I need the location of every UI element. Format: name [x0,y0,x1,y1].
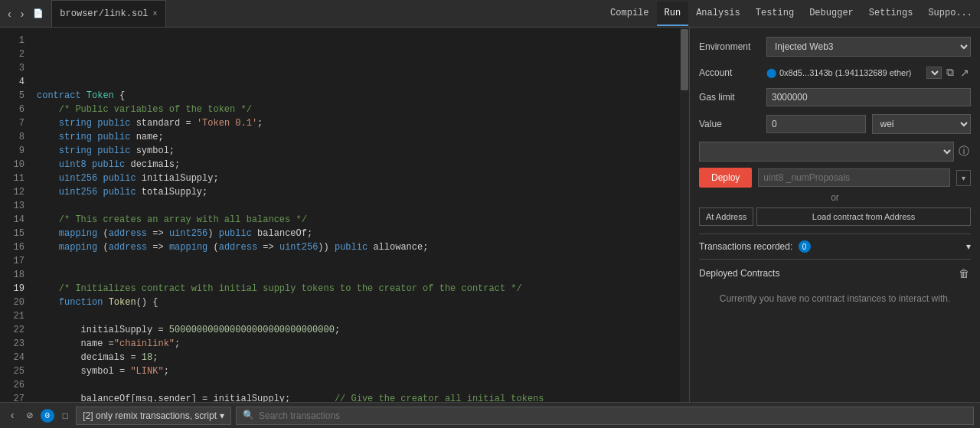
gas-limit-row: Gas limit [699,88,971,106]
search-input[interactable] [259,410,967,421]
nav-back-button[interactable]: ‹ [5,6,15,21]
bottom-counter-badge[interactable]: 0 [41,409,54,423]
transactions-label: Transactions recorded: 0 [699,240,811,253]
value-row: Value wei [699,114,971,134]
account-chevron[interactable]: ▾ [926,67,942,79]
account-address: 0x8d5...3143b (1.941132689 ether) [779,68,923,77]
bottom-checkbox-icon[interactable]: ☐ [59,407,71,423]
transactions-section-header[interactable]: Transactions recorded: 0 ▾ [699,234,971,259]
bottom-bar: ‹ ⊘ 0 ☐ [2] only remix transactions, scr… [0,402,980,428]
editor-scroll-thumb[interactable] [681,29,688,90]
at-address-button[interactable]: At Address [699,207,753,226]
gas-limit-value [766,88,971,106]
contract-select[interactable] [699,142,954,162]
deployed-contracts-header: Deployed Contracts 🗑 [699,260,971,287]
environment-label: Environment [699,41,760,52]
tab-settings[interactable]: Settings [861,2,921,26]
account-dot-icon[interactable]: ⬤ [766,67,776,78]
tab-testing[interactable]: Testing [748,2,802,26]
line-numbers: 123 4 56789 1011121314 15161718 19 20212… [0,28,31,402]
account-label: Account [699,67,760,78]
nav-file-icon[interactable]: 📄 [30,7,47,20]
environment-row: Environment Injected Web3 [699,37,971,57]
account-value: ⬤ 0x8d5...3143b (1.941132689 ether) ▾ ⧉ … [766,64,971,80]
run-panel: Environment Injected Web3 Account ⬤ 0x8d… [689,28,980,402]
deploy-button[interactable]: Deploy [699,168,752,188]
nav-forward-button[interactable]: › [18,6,28,21]
deploy-section: ⓘ Deploy ▾ or At Address Load contract f… [699,142,971,226]
deployed-contracts-label: Deployed Contracts [699,268,779,279]
value-unit-select[interactable]: wei [872,114,972,134]
contract-select-row: ⓘ [699,142,971,162]
param-chevron-button[interactable]: ▾ [956,170,971,186]
or-divider: or [699,192,971,203]
load-contract-button[interactable]: Load contract from Address [756,207,971,226]
bottom-stop-icon[interactable]: ⊘ [23,407,35,423]
contract-info-button[interactable]: ⓘ [957,143,971,160]
transactions-chevron-icon: ▾ [966,241,971,252]
tab-analysis[interactable]: Analysis [688,2,748,26]
param-input[interactable] [758,168,950,187]
environment-select[interactable]: Injected Web3 [766,37,971,57]
deployed-contracts-empty: Currently you have no contract instances… [699,287,971,313]
code-content[interactable]: contract Token { /* Public variables of … [31,28,680,402]
tx-filter-label: [2] only remix transactions, script [83,410,217,421]
file-tab[interactable]: browser/link.sol × [51,0,165,27]
tab-support[interactable]: Suppo... [920,2,980,26]
file-tab-name: browser/link.sol [60,8,148,19]
gas-limit-input[interactable] [766,88,971,106]
account-row: Account ⬤ 0x8d5...3143b (1.941132689 eth… [699,64,971,80]
transactions-count-badge: 0 [799,240,811,253]
deployed-contracts-trash-button[interactable]: 🗑 [957,266,971,281]
code-editor: 123 4 56789 1011121314 15161718 19 20212… [0,28,689,402]
code-editor-area: 123 4 56789 1011121314 15161718 19 20212… [0,28,689,402]
account-external-button[interactable]: ↗ [959,65,971,80]
deploy-row: Deploy ▾ [699,168,971,188]
tx-filter-chevron-icon: ▾ [220,410,224,421]
nav-arrows: ‹ › 📄 [0,6,51,21]
main-content: 123 4 56789 1011121314 15161718 19 20212… [0,28,980,402]
deployed-contracts-section: Deployed Contracts 🗑 Currently you have … [699,259,971,313]
tab-debugger[interactable]: Debugger [802,2,861,26]
editor-scrollbar[interactable] [680,28,689,402]
panel-body: Environment Injected Web3 Account ⬤ 0x8d… [690,28,980,402]
account-copy-button[interactable]: ⧉ [945,64,956,80]
value-label: Value [699,119,760,129]
top-bar: ‹ › 📄 browser/link.sol × Compile Run Ana… [0,0,980,28]
gas-limit-label: Gas limit [699,92,760,103]
tab-close-button[interactable]: × [153,10,158,18]
value-inputs: wei [766,114,971,134]
tab-run[interactable]: Run [657,2,689,26]
at-address-row: At Address Load contract from Address [699,207,971,226]
search-icon: 🔍 [243,410,254,421]
value-input[interactable] [766,115,866,133]
tx-filter-dropdown[interactable]: [2] only remix transactions, script ▾ [76,407,231,425]
environment-value: Injected Web3 [766,37,971,57]
search-area: 🔍 [236,407,974,425]
bottom-arrow-left-icon[interactable]: ‹ [6,408,18,423]
tab-compile[interactable]: Compile [603,2,656,26]
